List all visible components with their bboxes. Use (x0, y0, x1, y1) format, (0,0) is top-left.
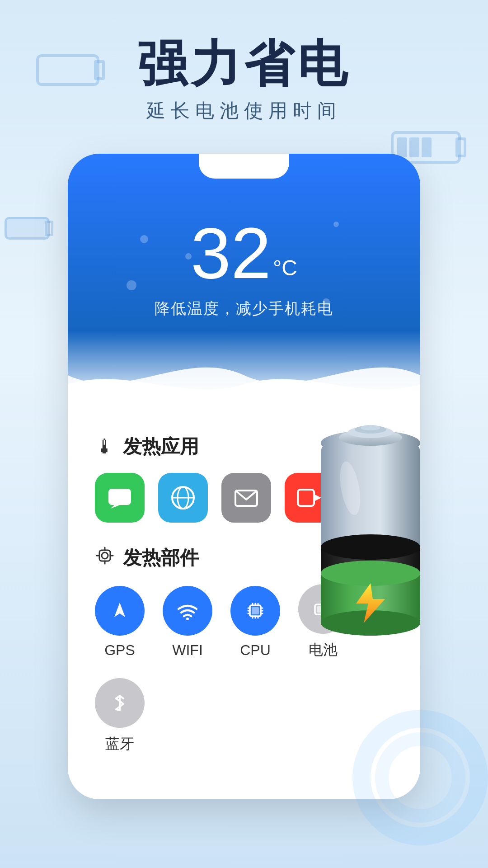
gps-label: GPS (104, 642, 135, 659)
cpu-icon (244, 599, 267, 623)
temperature-description: 降低温度，减少手机耗电 (68, 298, 420, 319)
title-area: 强力省电 延长电池使用时间 (0, 36, 488, 123)
wifi-label: WIFI (172, 642, 203, 659)
main-title: 强力省电 (0, 36, 488, 91)
app-icon-messages[interactable] (95, 473, 145, 523)
bluetooth-label: 蓝牙 (105, 734, 134, 754)
svg-rect-0 (108, 489, 131, 505)
phone-top-area: 32°C 降低温度，减少手机耗电 (68, 154, 420, 407)
cpu-label: CPU (240, 642, 271, 659)
wifi-icon (176, 599, 199, 623)
svg-point-38 (321, 534, 420, 560)
messages-icon (106, 484, 133, 511)
deco-battery-mid (5, 217, 50, 240)
battery-3d-illustration (285, 407, 465, 642)
temperature-unit: °C (273, 256, 297, 280)
app-icon-browser[interactable] (158, 473, 208, 523)
svg-marker-1 (111, 505, 120, 509)
cpu-circle (230, 586, 280, 636)
bluetooth-circle (95, 678, 145, 728)
svg-marker-14 (114, 603, 125, 617)
temperature-display: 32°C 降低温度，减少手机耗电 (68, 176, 420, 319)
wave-svg (68, 339, 420, 407)
mail-icon (233, 484, 260, 511)
svg-rect-17 (252, 607, 259, 614)
hot-components-icon (95, 546, 115, 570)
hot-components-title: 发热部件 (123, 545, 199, 571)
svg-point-46 (361, 425, 380, 430)
svg-point-8 (102, 552, 108, 559)
wifi-circle (163, 586, 212, 636)
deco-circle-small (375, 732, 465, 823)
sub-title: 延长电池使用时间 (0, 98, 488, 123)
gear-icon (95, 546, 115, 566)
hot-apps-icon: 🌡 (95, 435, 115, 458)
svg-point-15 (186, 618, 189, 620)
temperature-value: 32 (191, 217, 271, 289)
svg-point-41 (321, 561, 420, 586)
gps-circle (95, 586, 145, 636)
phone-notch (199, 154, 289, 179)
bluetooth-icon (108, 691, 131, 715)
component-cpu[interactable]: CPU (230, 586, 280, 659)
hot-apps-title: 发热应用 (123, 434, 199, 459)
gps-icon (108, 599, 131, 623)
battery-svg (285, 407, 465, 642)
component-bluetooth[interactable]: 蓝牙 (95, 678, 145, 754)
app-icon-mail[interactable] (221, 473, 271, 523)
component-wifi[interactable]: WIFI (163, 586, 212, 659)
battery-label: 电池 (309, 640, 338, 660)
browser-icon (169, 484, 197, 511)
component-gps[interactable]: GPS (95, 586, 145, 659)
